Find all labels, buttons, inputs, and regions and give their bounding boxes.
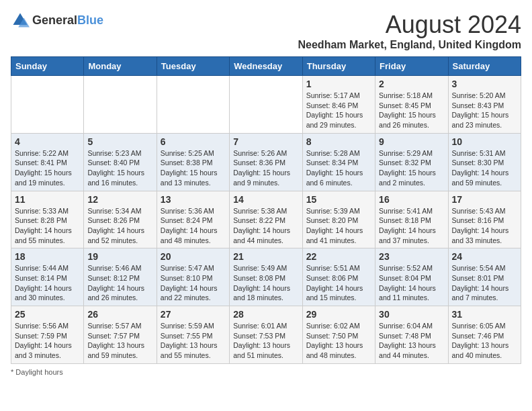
day-number: 25 (15, 309, 80, 320)
day-number: 28 (233, 309, 298, 320)
day-info: Sunrise: 6:01 AMSunset: 7:53 PMDaylight:… (233, 321, 298, 361)
day-info: Sunrise: 5:56 AMSunset: 7:59 PMDaylight:… (15, 321, 80, 361)
day-number: 7 (233, 136, 298, 147)
day-info: Sunrise: 5:23 AMSunset: 8:40 PMDaylight:… (87, 148, 152, 188)
day-info: Sunrise: 5:31 AMSunset: 8:30 PMDaylight:… (452, 148, 517, 188)
day-info: Sunrise: 5:18 AMSunset: 8:45 PMDaylight:… (379, 91, 444, 130)
day-number: 3 (452, 79, 517, 89)
calendar-cell: 31Sunrise: 6:05 AMSunset: 7:46 PMDayligh… (448, 306, 521, 364)
day-number: 10 (452, 136, 517, 147)
day-info: Sunrise: 5:20 AMSunset: 8:43 PMDaylight:… (452, 91, 517, 130)
calendar-cell: 2Sunrise: 5:18 AMSunset: 8:45 PMDaylight… (375, 76, 448, 134)
footer-note: * Daylight hours (11, 368, 521, 376)
day-info: Sunrise: 5:22 AMSunset: 8:41 PMDaylight:… (15, 148, 80, 188)
calendar-cell: 10Sunrise: 5:31 AMSunset: 8:30 PMDayligh… (448, 133, 521, 191)
col-wednesday: Wednesday (230, 57, 302, 76)
day-info: Sunrise: 5:59 AMSunset: 7:55 PMDaylight:… (161, 321, 226, 361)
calendar-cell: 9Sunrise: 5:29 AMSunset: 8:32 PMDaylight… (375, 133, 448, 191)
day-number: 5 (87, 136, 152, 147)
month-title: August 2024 (298, 11, 521, 39)
day-info: Sunrise: 5:17 AMSunset: 8:46 PMDaylight:… (306, 91, 371, 130)
day-number: 6 (161, 136, 226, 147)
day-number: 17 (452, 194, 517, 205)
calendar-cell: 13Sunrise: 5:36 AMSunset: 8:24 PMDayligh… (157, 191, 229, 248)
col-thursday: Thursday (302, 57, 375, 76)
calendar-cell: 16Sunrise: 5:41 AMSunset: 8:18 PMDayligh… (375, 191, 448, 248)
day-info: Sunrise: 5:57 AMSunset: 7:57 PMDaylight:… (87, 321, 152, 361)
calendar-cell: 20Sunrise: 5:47 AMSunset: 8:10 PMDayligh… (157, 248, 229, 306)
day-number: 4 (15, 136, 80, 147)
calendar-week-5: 25Sunrise: 5:56 AMSunset: 7:59 PMDayligh… (11, 306, 521, 364)
day-number: 29 (306, 309, 371, 320)
calendar-cell: 7Sunrise: 5:26 AMSunset: 8:36 PMDaylight… (230, 133, 302, 191)
col-friday: Friday (375, 57, 448, 76)
calendar-cell: 26Sunrise: 5:57 AMSunset: 7:57 PMDayligh… (84, 306, 157, 364)
day-number: 12 (87, 194, 152, 205)
logo-text-general: General (32, 13, 77, 28)
day-info: Sunrise: 5:51 AMSunset: 8:06 PMDaylight:… (306, 263, 371, 303)
title-area: August 2024 Needham Market, England, Uni… (298, 11, 521, 51)
calendar-cell: 28Sunrise: 6:01 AMSunset: 7:53 PMDayligh… (230, 306, 302, 364)
day-info: Sunrise: 5:52 AMSunset: 8:04 PMDaylight:… (379, 263, 444, 303)
day-number: 20 (161, 251, 226, 262)
day-info: Sunrise: 5:33 AMSunset: 8:28 PMDaylight:… (15, 206, 80, 246)
logo-icon (11, 11, 30, 30)
day-info: Sunrise: 6:02 AMSunset: 7:50 PMDaylight:… (306, 321, 371, 361)
day-number: 16 (379, 194, 444, 205)
day-number: 22 (306, 251, 371, 262)
calendar-cell: 17Sunrise: 5:43 AMSunset: 8:16 PMDayligh… (448, 191, 521, 248)
day-info: Sunrise: 5:29 AMSunset: 8:32 PMDaylight:… (379, 148, 444, 188)
day-number: 15 (306, 194, 371, 205)
col-monday: Monday (84, 57, 157, 76)
calendar-cell: 23Sunrise: 5:52 AMSunset: 8:04 PMDayligh… (375, 248, 448, 306)
calendar-cell: 22Sunrise: 5:51 AMSunset: 8:06 PMDayligh… (302, 248, 375, 306)
day-info: Sunrise: 6:05 AMSunset: 7:46 PMDaylight:… (452, 321, 517, 361)
logo: General Blue (11, 11, 103, 30)
calendar-cell: 5Sunrise: 5:23 AMSunset: 8:40 PMDaylight… (84, 133, 157, 191)
calendar-cell: 27Sunrise: 5:59 AMSunset: 7:55 PMDayligh… (157, 306, 229, 364)
day-info: Sunrise: 5:25 AMSunset: 8:38 PMDaylight:… (161, 148, 226, 188)
logo-text-blue: Blue (77, 13, 103, 28)
calendar-cell: 30Sunrise: 6:04 AMSunset: 7:48 PMDayligh… (375, 306, 448, 364)
calendar-cell: 21Sunrise: 5:49 AMSunset: 8:08 PMDayligh… (230, 248, 302, 306)
location-title: Needham Market, England, United Kingdom (298, 39, 521, 51)
calendar-week-1: 1Sunrise: 5:17 AMSunset: 8:46 PMDaylight… (11, 76, 521, 134)
calendar-cell: 11Sunrise: 5:33 AMSunset: 8:28 PMDayligh… (11, 191, 84, 248)
calendar-cell (84, 76, 157, 134)
day-info: Sunrise: 5:47 AMSunset: 8:10 PMDaylight:… (161, 263, 226, 303)
day-number: 19 (87, 251, 152, 262)
calendar-cell: 14Sunrise: 5:38 AMSunset: 8:22 PMDayligh… (230, 191, 302, 248)
day-number: 14 (233, 194, 298, 205)
calendar-cell: 15Sunrise: 5:39 AMSunset: 8:20 PMDayligh… (302, 191, 375, 248)
calendar-cell: 25Sunrise: 5:56 AMSunset: 7:59 PMDayligh… (11, 306, 84, 364)
col-sunday: Sunday (11, 57, 84, 76)
day-number: 24 (452, 251, 517, 262)
calendar-table: Sunday Monday Tuesday Wednesday Thursday… (11, 56, 521, 364)
calendar-week-2: 4Sunrise: 5:22 AMSunset: 8:41 PMDaylight… (11, 133, 521, 191)
day-info: Sunrise: 5:36 AMSunset: 8:24 PMDaylight:… (161, 206, 226, 246)
day-info: Sunrise: 5:46 AMSunset: 8:12 PMDaylight:… (87, 263, 152, 303)
calendar-cell: 24Sunrise: 5:54 AMSunset: 8:01 PMDayligh… (448, 248, 521, 306)
calendar-cell: 4Sunrise: 5:22 AMSunset: 8:41 PMDaylight… (11, 133, 84, 191)
day-number: 23 (379, 251, 444, 262)
day-number: 27 (161, 309, 226, 320)
day-info: Sunrise: 5:28 AMSunset: 8:34 PMDaylight:… (306, 148, 371, 188)
day-number: 9 (379, 136, 444, 147)
col-saturday: Saturday (448, 57, 521, 76)
calendar-cell (11, 76, 84, 134)
day-info: Sunrise: 6:04 AMSunset: 7:48 PMDaylight:… (379, 321, 444, 361)
day-number: 11 (15, 194, 80, 205)
day-number: 2 (379, 79, 444, 89)
day-info: Sunrise: 5:41 AMSunset: 8:18 PMDaylight:… (379, 206, 444, 246)
day-info: Sunrise: 5:43 AMSunset: 8:16 PMDaylight:… (452, 206, 517, 246)
calendar-cell: 19Sunrise: 5:46 AMSunset: 8:12 PMDayligh… (84, 248, 157, 306)
day-info: Sunrise: 5:38 AMSunset: 8:22 PMDaylight:… (233, 206, 298, 246)
day-number: 21 (233, 251, 298, 262)
day-info: Sunrise: 5:54 AMSunset: 8:01 PMDaylight:… (452, 263, 517, 303)
day-info: Sunrise: 5:44 AMSunset: 8:14 PMDaylight:… (15, 263, 80, 303)
calendar-cell: 3Sunrise: 5:20 AMSunset: 8:43 PMDaylight… (448, 76, 521, 134)
calendar-cell (230, 76, 302, 134)
day-number: 30 (379, 309, 444, 320)
calendar-cell: 8Sunrise: 5:28 AMSunset: 8:34 PMDaylight… (302, 133, 375, 191)
calendar-cell (157, 76, 229, 134)
